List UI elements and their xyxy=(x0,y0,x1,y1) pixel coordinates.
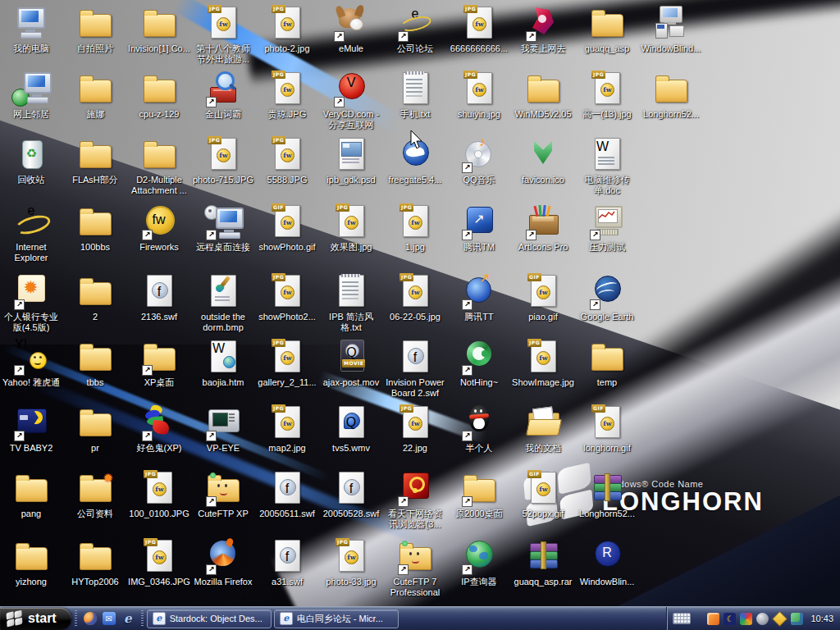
desktop-icon[interactable]: eInternet Explorer xyxy=(0,203,62,263)
desktop-icon[interactable]: GIFfwlonghorn.gif xyxy=(576,404,638,454)
desktop-icon[interactable]: temp xyxy=(576,339,638,388)
desktop-icon[interactable]: JPGfwgallery_2_11... xyxy=(256,339,318,388)
desktop-icon[interactable]: 施娜 xyxy=(64,71,126,120)
network-tray-icon[interactable] xyxy=(791,613,803,625)
desktop-icon[interactable]: f2136.swf xyxy=(128,273,190,322)
messenger-tray-icon[interactable] xyxy=(773,611,788,627)
desktop-icon[interactable]: 自拍照片 xyxy=(64,5,126,54)
start-button[interactable]: start xyxy=(0,608,71,630)
desktop-icon[interactable]: Longhorn52... xyxy=(576,470,638,519)
desktop-icon[interactable]: ↗CuteFTP 7 Professional xyxy=(384,538,446,598)
desktop-icon[interactable]: cpu-z-129 xyxy=(128,71,190,120)
desktop-icon[interactable]: ↗Mozilla Firefox xyxy=(192,538,254,587)
desktop-icon[interactable]: ↗ArtIcons Pro xyxy=(512,203,574,253)
desktop-icon[interactable]: 手机.txt xyxy=(384,71,446,120)
desktop-icon[interactable]: ↗CuteFTP XP xyxy=(192,470,254,519)
desktop-icon[interactable]: ↗↗腾讯TM xyxy=(448,203,510,253)
desktop-icon[interactable]: yizhong xyxy=(0,538,62,587)
desktop-icon[interactable]: JPGfw100_0100.JPG xyxy=(128,470,190,519)
desktop-icon[interactable]: QMOVIEajax-post.mov xyxy=(320,339,382,388)
desktop-icon[interactable]: IPB 简洁风格.txt xyxy=(320,273,382,333)
desktop-icon[interactable]: JPGfw高一(13).jpg xyxy=(576,71,638,120)
desktop-icon[interactable]: JPGfw06-22-05.jpg xyxy=(384,273,446,322)
desktop-icon[interactable]: W电脑维修传单.doc xyxy=(576,136,638,196)
graphics-tray-icon[interactable] xyxy=(707,613,719,625)
desktop-icon[interactable]: JPGfw5588.JPG xyxy=(256,136,318,185)
desktop-icon[interactable]: ipb_gdk.psd xyxy=(320,136,382,185)
desktop-icon[interactable]: 我的文档 xyxy=(512,404,574,454)
desktop-icon[interactable]: JPGfwshuiyin.jpg xyxy=(448,71,510,120)
desktop-icon[interactable]: JPGfwshowPhoto2... xyxy=(256,273,318,322)
desktop-icon[interactable]: ↗VP-EYE xyxy=(192,404,254,454)
desktop-icon[interactable]: ↗TV BABY2 xyxy=(0,404,62,454)
desktop-icon[interactable]: GIFfwshowPhoto.gif xyxy=(256,203,318,253)
desktop-icon[interactable]: JPGfw6666666666... xyxy=(448,5,510,54)
desktop-icon[interactable]: Invision[1].Co... xyxy=(128,5,190,54)
desktop-icon[interactable]: ✹↗个人银行专业版(4.5版) xyxy=(0,273,62,333)
volume-tray-icon[interactable] xyxy=(756,613,769,625)
desktop-icon[interactable]: favicon.ico xyxy=(512,136,574,185)
desktop-icon[interactable]: fa31.swf xyxy=(256,538,318,587)
desktop-icon[interactable]: RWindowBlin... xyxy=(576,538,638,587)
desktop-icon[interactable]: D2-Multiple Attachment ... xyxy=(128,136,190,196)
desktop-icon[interactable]: Y!↗Yahoo! 雅虎通 xyxy=(0,339,62,388)
desktop-icon[interactable]: f20050528.swf xyxy=(320,470,382,519)
desktop-icon[interactable]: guaqq_asp xyxy=(576,5,638,54)
desktop-icon[interactable]: JPGfwphoto-33.jpg xyxy=(320,538,382,587)
desktop-icon[interactable]: ↗NotHing~ xyxy=(448,339,510,388)
desktop-icon[interactable]: JPGfw第十八个教师节外出旅游... xyxy=(192,5,254,65)
desktop-icon[interactable]: WinMD5v2.05 xyxy=(512,71,574,120)
desktop-icon[interactable]: pang xyxy=(0,470,62,519)
desktop-icon[interactable]: Wbaojia.htm xyxy=(192,339,254,388)
task-button[interactable]: e 电白同乡论坛 - Micr... xyxy=(274,609,399,628)
desktop-icon[interactable]: ↗压力测试 xyxy=(576,203,638,253)
desktop-icon[interactable]: ↗我要上网去 xyxy=(512,5,574,54)
desktop-icon[interactable]: ↗半个人 xyxy=(448,404,510,454)
desktop-icon[interactable]: JPGfwphoto-2.jpg xyxy=(256,5,318,54)
desktop-icon[interactable]: ↗eMule xyxy=(320,5,382,54)
desktop-icon[interactable]: 网上邻居 xyxy=(0,71,62,120)
desktop-icon[interactable]: 我的电脑 xyxy=(0,5,62,54)
task-button[interactable]: e Stardock: Object Des... xyxy=(147,609,272,628)
desktop-icon[interactable]: WindowBlind... xyxy=(640,5,702,54)
desktop-icon[interactable]: ↗好色鬼(XP) xyxy=(128,404,190,454)
desktop-icon[interactable]: guaqq_asp.rar xyxy=(512,538,574,587)
desktop-icon[interactable]: ↗金山词霸 xyxy=(192,71,254,120)
desktop-icon[interactable]: Longhorn52... xyxy=(640,71,702,120)
desktop-icon[interactable]: ♪↗QQ音乐 xyxy=(448,136,510,185)
desktop-icon[interactable]: FLAsH部分 xyxy=(64,136,126,185)
keyboard-icon[interactable] xyxy=(673,613,691,624)
desktop-icon[interactable]: GIFfw52popx.gif xyxy=(512,470,574,519)
desktop-icon[interactable]: 100bbs xyxy=(64,203,126,253)
desktop-icon[interactable]: pr xyxy=(64,404,126,454)
desktop-icon[interactable]: JPGfw1.jpg xyxy=(384,203,446,253)
desktop-icon[interactable]: outside the dorm.bmp xyxy=(192,273,254,333)
desktop-icon[interactable]: ↗XP桌面 xyxy=(128,339,190,388)
desktop-icon[interactable]: ♻回收站 xyxy=(0,136,62,185)
internet-explorer-icon[interactable]: e xyxy=(121,612,135,625)
desktop-icon[interactable]: fw↗Fireworks xyxy=(128,203,190,253)
desktop-icon[interactable]: JPGfw效果图.jpg xyxy=(320,203,382,253)
desktop-icon[interactable]: e↗公司论坛 xyxy=(384,5,446,54)
outlook-express-icon[interactable]: ✉ xyxy=(103,612,116,625)
desktop-icon[interactable]: JPGfw22.jpg xyxy=(384,404,446,454)
desktop-icon[interactable]: ↗↗腾讯TT xyxy=(448,273,510,322)
tvbaby-tray-icon[interactable]: ☾ xyxy=(724,613,736,625)
desktop-icon[interactable]: fInvision Power Board 2.swf xyxy=(384,339,446,399)
desktop-icon[interactable]: ↗远程桌面连接 xyxy=(192,203,254,253)
desktop-icon[interactable]: ↗Google Earth xyxy=(576,273,638,322)
quick-launch-grip[interactable] xyxy=(75,610,77,627)
desktop-icon[interactable]: JPGfwphoto-715.JPG xyxy=(192,136,254,185)
desktop-icon[interactable]: 2 xyxy=(64,273,126,322)
desktop-icon[interactable]: ✹公司资料 xyxy=(64,470,126,519)
flashget-icon[interactable] xyxy=(84,612,97,625)
desktop-icon[interactable]: V↗VeryCD.com - 分享互联网 xyxy=(320,71,382,130)
desktop-icon[interactable]: JPGfw贵琼.JPG xyxy=(256,71,318,120)
desktop-icon[interactable]: Qtvs5.wmv xyxy=(320,404,382,454)
desktop-icon[interactable]: JPGfwmap2.jpg xyxy=(256,404,318,454)
desktop-icon[interactable]: freegate5.4... xyxy=(384,136,446,185)
desktop-icon[interactable]: GIFfwpiao.gif xyxy=(512,273,574,322)
desktop-icon[interactable]: HYTop2006 xyxy=(64,538,126,587)
desktop-icon[interactable]: ↗原2000桌面 xyxy=(448,470,510,519)
desktop-icon[interactable]: tbbs xyxy=(64,339,126,388)
